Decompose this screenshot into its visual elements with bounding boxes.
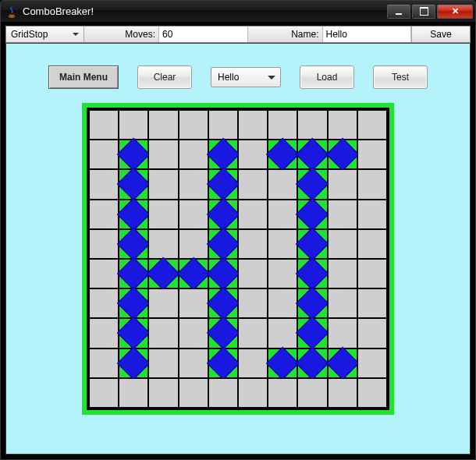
grid-cell[interactable] <box>328 259 357 288</box>
grid-cell[interactable] <box>89 140 119 169</box>
grid-cell[interactable] <box>238 318 268 348</box>
grid-cell[interactable] <box>119 110 148 140</box>
grid-cell[interactable] <box>148 110 178 140</box>
minimize-button[interactable] <box>387 5 410 19</box>
grid-cell[interactable] <box>238 288 268 318</box>
grid-cell[interactable] <box>357 200 387 229</box>
grid-cell[interactable] <box>297 288 327 318</box>
grid-cell[interactable] <box>208 229 238 259</box>
grid-cell[interactable] <box>179 140 208 169</box>
grid-cell[interactable] <box>357 259 387 288</box>
grid-cell[interactable] <box>208 169 238 199</box>
grid-cell[interactable] <box>328 169 357 199</box>
grid-cell[interactable] <box>179 229 208 259</box>
grid-cell[interactable] <box>357 110 387 140</box>
grid-cell[interactable] <box>179 169 208 199</box>
grid-cell[interactable] <box>357 378 387 408</box>
grid-cell[interactable] <box>268 259 297 288</box>
grid-cell[interactable] <box>238 200 268 229</box>
grid-cell[interactable] <box>297 349 327 378</box>
grid-cell[interactable] <box>208 259 238 288</box>
grid-cell[interactable] <box>268 378 297 408</box>
grid-cell[interactable] <box>148 259 178 288</box>
grid-cell[interactable] <box>179 318 208 348</box>
grid-cell[interactable] <box>238 169 268 199</box>
grid-cell[interactable] <box>208 378 238 408</box>
titlebar[interactable]: ComboBreaker! <box>1 1 475 23</box>
grid-cell[interactable] <box>148 288 178 318</box>
grid-cell[interactable] <box>297 378 327 408</box>
grid-cell[interactable] <box>179 110 208 140</box>
grid-cell[interactable] <box>328 110 357 140</box>
grid-cell[interactable] <box>89 378 119 408</box>
grid-cell[interactable] <box>238 140 268 169</box>
grid-cell[interactable] <box>328 378 357 408</box>
grid-cell[interactable] <box>357 229 387 259</box>
close-button[interactable] <box>437 5 473 19</box>
grid-cell[interactable] <box>148 349 178 378</box>
grid[interactable] <box>89 110 387 408</box>
grid-cell[interactable] <box>119 288 148 318</box>
grid-cell[interactable] <box>268 349 297 378</box>
grid-cell[interactable] <box>357 288 387 318</box>
grid-cell[interactable] <box>89 200 119 229</box>
grid-cell[interactable] <box>268 140 297 169</box>
save-button[interactable]: Save <box>411 27 470 42</box>
grid-cell[interactable] <box>208 110 238 140</box>
grid-cell[interactable] <box>357 318 387 348</box>
grid-cell[interactable] <box>208 318 238 348</box>
grid-cell[interactable] <box>297 169 327 199</box>
grid-cell[interactable] <box>89 318 119 348</box>
pattern-dropdown[interactable]: Hello <box>211 67 281 87</box>
grid-cell[interactable] <box>268 169 297 199</box>
grid-cell[interactable] <box>89 288 119 318</box>
grid-cell[interactable] <box>238 349 268 378</box>
moves-input[interactable] <box>158 27 248 42</box>
grid-cell[interactable] <box>148 229 178 259</box>
grid-cell[interactable] <box>328 288 357 318</box>
grid-cell[interactable] <box>89 259 119 288</box>
grid-cell[interactable] <box>148 200 178 229</box>
grid-cell[interactable] <box>297 259 327 288</box>
grid-cell[interactable] <box>297 200 327 229</box>
grid-cell[interactable] <box>179 349 208 378</box>
grid-cell[interactable] <box>357 169 387 199</box>
grid-cell[interactable] <box>148 169 178 199</box>
grid-cell[interactable] <box>179 259 208 288</box>
grid-cell[interactable] <box>297 229 327 259</box>
main-menu-button[interactable]: Main Menu <box>48 65 119 89</box>
grid-cell[interactable] <box>119 200 148 229</box>
grid-cell[interactable] <box>357 349 387 378</box>
grid-cell[interactable] <box>268 229 297 259</box>
grid-cell[interactable] <box>268 318 297 348</box>
grid-cell[interactable] <box>148 318 178 348</box>
grid-cell[interactable] <box>268 110 297 140</box>
grid-cell[interactable] <box>208 140 238 169</box>
grid-cell[interactable] <box>119 169 148 199</box>
load-button[interactable]: Load <box>300 65 354 89</box>
grid-cell[interactable] <box>297 110 327 140</box>
grid-cell[interactable] <box>179 378 208 408</box>
grid-cell[interactable] <box>179 288 208 318</box>
grid-cell[interactable] <box>328 200 357 229</box>
grid-cell[interactable] <box>89 229 119 259</box>
grid-cell[interactable] <box>119 378 148 408</box>
grid-cell[interactable] <box>208 288 238 318</box>
grid-cell[interactable] <box>89 349 119 378</box>
grid-cell[interactable] <box>238 259 268 288</box>
grid-cell[interactable] <box>179 200 208 229</box>
grid-cell[interactable] <box>238 110 268 140</box>
grid-cell[interactable] <box>328 229 357 259</box>
grid-cell[interactable] <box>238 229 268 259</box>
clear-button[interactable]: Clear <box>137 65 192 89</box>
grid-cell[interactable] <box>328 349 357 378</box>
grid-cell[interactable] <box>119 349 148 378</box>
grid-cell[interactable] <box>268 200 297 229</box>
grid-cell[interactable] <box>357 140 387 169</box>
grid-cell[interactable] <box>268 288 297 318</box>
grid-cell[interactable] <box>119 318 148 348</box>
maximize-button[interactable] <box>412 5 435 19</box>
test-button[interactable]: Test <box>373 65 428 89</box>
grid-cell[interactable] <box>208 200 238 229</box>
grid-cell[interactable] <box>148 140 178 169</box>
